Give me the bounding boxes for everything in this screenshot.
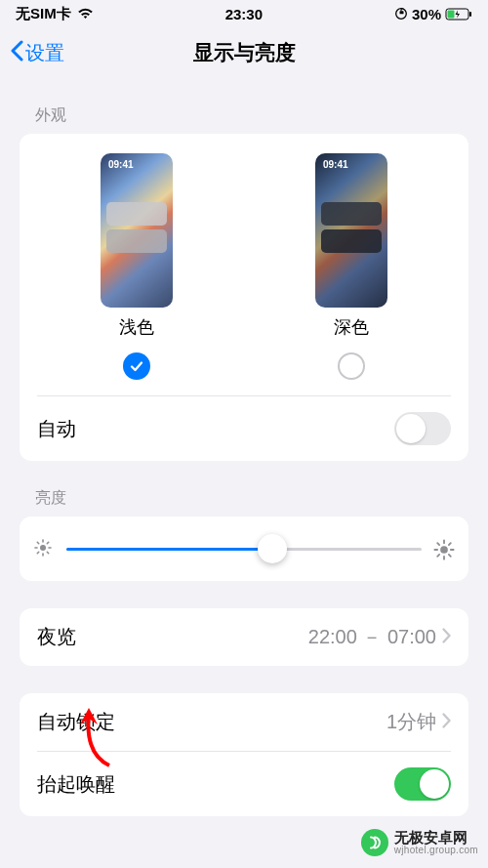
svg-line-11 (47, 552, 48, 553)
battery-percent: 30% (412, 6, 441, 22)
brightness-header: 亮度 (0, 461, 488, 517)
appearance-dark-option[interactable]: 09:41 深色 (315, 153, 387, 390)
svg-line-20 (449, 555, 451, 557)
svg-line-12 (37, 552, 38, 553)
preview-widget (106, 202, 167, 226)
dark-preview: 09:41 (315, 153, 387, 308)
preview-widget (106, 229, 167, 253)
status-time: 23:30 (225, 6, 263, 22)
raise-to-wake-toggle[interactable] (394, 767, 451, 801)
night-shift-row[interactable]: 夜览 22:00 － 07:00 (20, 608, 468, 666)
night-shift-label: 夜览 (37, 624, 76, 650)
carrier-text: 无SIM卡 (16, 5, 71, 23)
svg-line-21 (437, 555, 439, 557)
auto-lock-value: 1分钟 (386, 709, 436, 735)
dark-radio[interactable] (338, 352, 365, 380)
raise-to-wake-row[interactable]: 抬起唤醒 (20, 752, 468, 816)
raise-to-wake-label: 抬起唤醒 (37, 771, 115, 798)
brightness-card (20, 517, 468, 581)
night-shift-card: 夜览 22:00 － 07:00 (20, 608, 468, 666)
appearance-light-option[interactable]: 09:41 浅色 (101, 153, 173, 390)
auto-lock-row[interactable]: 自动锁定 1分钟 (20, 693, 468, 751)
dark-label: 深色 (334, 315, 369, 339)
preview-widget (321, 202, 382, 226)
page-title: 显示与亮度 (193, 39, 296, 66)
night-shift-value: 22:00 － 07:00 (308, 624, 436, 650)
sun-large-icon (433, 538, 455, 559)
svg-point-5 (40, 545, 46, 551)
auto-appearance-row[interactable]: 自动 (20, 396, 468, 461)
preview-time: 09:41 (108, 159, 134, 170)
watermark-title: 无极安卓网 (394, 830, 478, 846)
light-preview: 09:41 (101, 153, 173, 308)
svg-rect-1 (399, 11, 403, 14)
auto-toggle[interactable] (394, 412, 451, 445)
preview-time: 09:41 (323, 159, 348, 170)
lock-card: 自动锁定 1分钟 抬起唤醒 (20, 693, 468, 816)
svg-line-13 (47, 542, 48, 543)
watermark-url: wjhotel.group.com (394, 846, 478, 856)
svg-line-22 (449, 543, 451, 545)
chevron-right-icon (442, 711, 451, 733)
preview-widget (321, 229, 382, 253)
svg-point-14 (440, 546, 448, 554)
svg-line-19 (437, 543, 439, 545)
check-icon (129, 358, 144, 374)
back-button[interactable]: 设置 (10, 40, 64, 66)
watermark-logo-icon (361, 829, 388, 856)
appearance-card: 09:41 浅色 09:41 深色 自动 (20, 134, 468, 461)
wifi-icon (77, 8, 94, 20)
svg-rect-4 (469, 12, 471, 17)
nav-bar: 设置 显示与亮度 (0, 27, 488, 78)
svg-rect-3 (447, 10, 454, 18)
light-label: 浅色 (119, 315, 154, 339)
chevron-right-icon (442, 626, 451, 648)
brightness-slider[interactable] (66, 534, 422, 563)
chevron-left-icon (10, 40, 23, 66)
appearance-header: 外观 (0, 78, 488, 134)
back-label: 设置 (25, 40, 64, 66)
auto-label: 自动 (37, 416, 76, 442)
rotation-lock-icon (394, 7, 408, 21)
battery-icon (445, 8, 472, 21)
watermark: 无极安卓网 wjhotel.group.com (361, 829, 478, 856)
svg-line-10 (37, 542, 38, 543)
light-radio[interactable] (123, 352, 150, 380)
auto-lock-label: 自动锁定 (37, 709, 115, 735)
sun-small-icon (33, 538, 55, 559)
status-bar: 无SIM卡 23:30 30% (0, 0, 488, 27)
